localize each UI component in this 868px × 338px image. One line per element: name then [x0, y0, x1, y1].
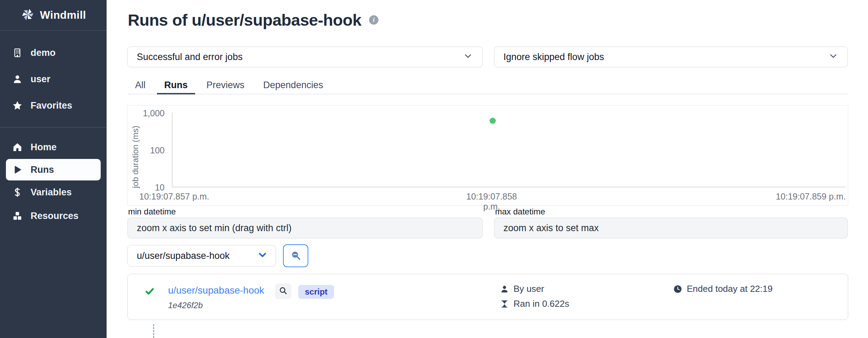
duration-chart: job duration (ms) 1,000 100 10 10:19:07.…: [127, 105, 848, 206]
star-icon: [12, 100, 23, 111]
chart-y-tick: 1,000: [141, 108, 165, 118]
min-datetime-input[interactable]: [127, 218, 483, 238]
run-row[interactable]: u/user/supabase-hook script 1e426f2b By …: [127, 274, 848, 320]
run-kind-badge: script: [298, 285, 334, 299]
search-runs-button[interactable]: [283, 244, 308, 267]
app-logo[interactable]: Windmill: [0, 0, 107, 31]
sidebar-item-resources[interactable]: Resources: [0, 204, 107, 228]
flow-jobs-select-value: Ignore skipped flow jobs: [503, 52, 604, 62]
clock-icon: [673, 285, 682, 294]
page-title: Runs of u/user/supabase-hook i: [128, 10, 378, 29]
flow-jobs-select[interactable]: Ignore skipped flow jobs: [494, 47, 848, 67]
max-datetime-input[interactable]: [494, 218, 848, 238]
workspace-section: demo user Favorites: [0, 31, 107, 128]
building-icon: [12, 48, 23, 58]
chart-x-tick: 10:19:07.857 p.m.: [139, 192, 209, 202]
chart-y-tick: 100: [141, 145, 165, 155]
run-ended-text: Ended today at 22:19: [687, 284, 773, 294]
page-title-text: Runs of u/user/supabase-hook: [128, 10, 361, 29]
favorites-label: Favorites: [31, 100, 72, 111]
hourglass-icon: [500, 299, 509, 309]
sidebar-item-variables[interactable]: Variables: [0, 180, 107, 204]
job-status-select-value: Successful and error jobs: [137, 52, 243, 62]
run-meta-ended: Ended today at 22:19: [673, 284, 773, 294]
chart-x-axis-line: [172, 187, 846, 187]
runs-page: Windmill demo: [0, 0, 868, 338]
runs-label: Runs: [31, 164, 54, 175]
timeline-connector: [153, 324, 154, 338]
play-icon: [12, 164, 23, 175]
user-icon: [12, 74, 23, 84]
tab-all[interactable]: All: [128, 77, 153, 94]
info-icon[interactable]: i: [369, 15, 378, 25]
chart-y-axis-label: job duration (ms): [131, 112, 140, 188]
chart-data-point[interactable]: [490, 118, 496, 124]
run-meta-duration: Ran in 0.622s: [500, 298, 569, 309]
chevron-down-icon: [828, 51, 838, 64]
chart-x-tick: 10:19:07.859 p.m.: [776, 192, 846, 202]
zoom-out-magnifier-icon: [290, 249, 302, 263]
run-search-chip[interactable]: [275, 284, 291, 299]
sidebar-item-user[interactable]: user: [0, 66, 107, 92]
sidebar: Windmill demo: [0, 0, 107, 338]
workspace-label: demo: [31, 48, 56, 58]
script-path-select[interactable]: u/user/supabase-hook: [127, 245, 276, 267]
tab-dependencies[interactable]: Dependencies: [256, 77, 331, 94]
success-check-icon: [144, 286, 155, 296]
run-job-id: 1e426f2b: [168, 301, 203, 310]
chart-plot-area[interactable]: [173, 112, 846, 187]
dollar-icon: [12, 187, 23, 197]
cubes-icon: [12, 211, 23, 221]
home-label: Home: [31, 142, 57, 153]
sidebar-item-runs[interactable]: Runs: [6, 159, 101, 180]
tab-previews[interactable]: Previews: [199, 77, 252, 94]
user-label: user: [31, 74, 50, 85]
run-path-link[interactable]: u/user/supabase-hook: [168, 285, 264, 296]
sidebar-item-workspace[interactable]: demo: [0, 40, 107, 66]
run-meta-by: By user: [500, 284, 544, 294]
chart-y-tick: 10: [141, 183, 165, 193]
chevron-down-icon: [257, 249, 268, 263]
resources-label: Resources: [31, 211, 78, 221]
tab-runs[interactable]: Runs: [157, 77, 195, 94]
run-kind-tabs: All Runs Previews Dependencies: [128, 77, 848, 94]
magnifier-icon: [278, 286, 288, 297]
windmill-logo-icon: [20, 7, 35, 23]
sidebar-item-home[interactable]: Home: [0, 135, 107, 159]
variables-label: Variables: [31, 187, 72, 198]
chevron-down-icon: [463, 51, 473, 64]
min-datetime-label: min datetime: [128, 207, 176, 217]
job-status-select[interactable]: Successful and error jobs: [127, 47, 483, 67]
script-path-select-value: u/user/supabase-hook: [137, 251, 229, 261]
run-by-text: By user: [514, 284, 544, 294]
run-duration-text: Ran in 0.622s: [514, 298, 569, 309]
person-icon: [500, 285, 509, 294]
nav-menu: Home Runs Variables: [0, 128, 107, 228]
sidebar-item-favorites[interactable]: Favorites: [0, 92, 107, 119]
max-datetime-label: max datetime: [495, 207, 545, 217]
home-icon: [12, 142, 23, 152]
app-title: Windmill: [40, 9, 86, 22]
